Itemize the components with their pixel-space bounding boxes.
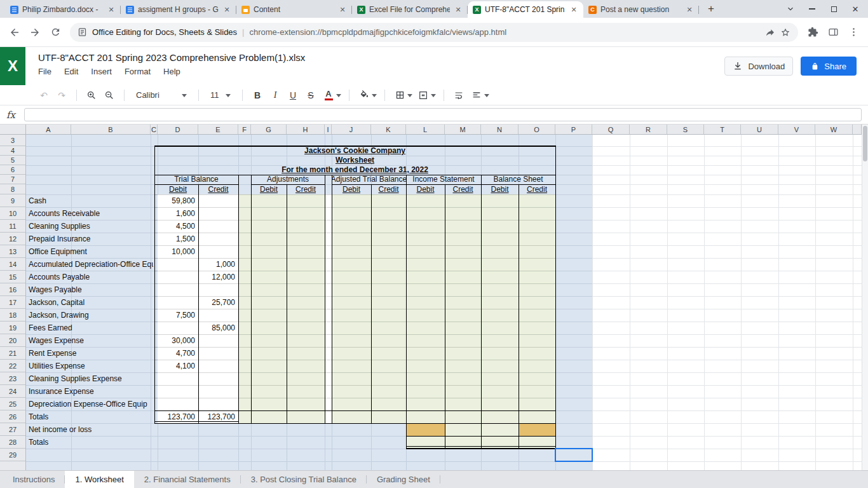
address-bar[interactable]: Office Editing for Docs, Sheets & Slides… (70, 23, 798, 42)
debit-credit-label[interactable]: Debit (332, 184, 371, 194)
column-header-N[interactable]: N (481, 125, 519, 135)
sheet-tab[interactable]: 3. Post Closing Trial Balance (241, 471, 367, 488)
row-header-10[interactable]: 10 (0, 207, 25, 220)
section-header[interactable]: Adjusted Trial Balance (332, 175, 406, 184)
row-header-8[interactable]: 8 (0, 184, 25, 194)
row-header-11[interactable]: 11 (0, 220, 25, 233)
section-header[interactable]: Balance Sheet (481, 175, 555, 184)
scrollbar-thumb[interactable] (863, 126, 867, 161)
tb-credit-value[interactable]: 12,000 (198, 271, 235, 283)
column-header-D[interactable]: D (158, 125, 198, 135)
tab-search-chevron-icon[interactable] (785, 4, 796, 14)
new-tab-button[interactable]: + (703, 1, 719, 17)
tb-debit-value[interactable]: 10,000 (158, 245, 195, 258)
extensions-puzzle-icon[interactable] (803, 23, 822, 42)
row-header-16[interactable]: 16 (0, 283, 25, 296)
column-header-G[interactable]: G (251, 125, 287, 135)
tab-close-icon[interactable]: ✕ (338, 6, 347, 14)
zoom-in-icon[interactable] (85, 88, 98, 103)
debit-credit-label[interactable]: Credit (371, 184, 406, 194)
borders-icon[interactable] (393, 88, 407, 103)
share-button[interactable]: Share (801, 57, 857, 76)
row-header-21[interactable]: 21 (0, 347, 25, 360)
close-window-button[interactable]: ✕ (850, 4, 860, 14)
final-totals-label[interactable]: Totals (29, 436, 219, 449)
column-header-F[interactable]: F (238, 125, 251, 135)
row-header-20[interactable]: 20 (0, 334, 25, 347)
menu-item-edit[interactable]: Edit (64, 67, 78, 76)
tb-debit-value[interactable]: 7,500 (158, 309, 195, 322)
account-name[interactable]: Fees Earned (29, 322, 153, 334)
section-header[interactable]: Adjustments (251, 175, 325, 184)
sheet-tab[interactable]: Grading Sheet (367, 471, 440, 488)
tb-credit-value[interactable]: 85,000 (198, 322, 235, 334)
column-header-O[interactable]: O (519, 125, 555, 135)
tb-debit-value[interactable]: 59,800 (158, 194, 195, 207)
tb-debit-value[interactable]: 1,500 (158, 233, 195, 245)
totals-label[interactable]: Totals (29, 410, 153, 423)
back-icon[interactable] (5, 23, 24, 42)
wrap-text-icon[interactable] (452, 88, 466, 103)
column-header-C[interactable]: C (151, 125, 158, 135)
grid-canvas[interactable]: Jackson's Cookie CompanyWorksheetFor the… (26, 135, 862, 470)
account-name[interactable]: Utilities Expense (29, 360, 153, 372)
row-header-3[interactable]: 3 (0, 135, 25, 146)
select-all-corner[interactable] (0, 125, 26, 135)
bookmark-star-icon[interactable] (780, 27, 790, 37)
account-name[interactable]: Accounts Payable (29, 271, 153, 283)
row-header-15[interactable]: 15 (0, 271, 25, 283)
chevron-down-icon[interactable] (484, 94, 489, 100)
download-button[interactable]: Download (724, 57, 793, 76)
row-header-29[interactable]: 29 (0, 449, 25, 461)
tb-debit-value[interactable]: 4,100 (158, 360, 195, 372)
column-header-S[interactable]: S (667, 125, 704, 135)
vertical-scrollbar[interactable] (862, 125, 868, 470)
column-header-I[interactable]: I (325, 125, 332, 135)
formula-input[interactable] (24, 108, 862, 121)
column-header-B[interactable]: B (71, 125, 151, 135)
tb-credit-value[interactable]: 1,000 (198, 258, 235, 271)
debit-credit-label[interactable]: Credit (445, 184, 481, 194)
debit-credit-label[interactable]: Credit (287, 184, 325, 194)
row-header-24[interactable]: 24 (0, 385, 25, 398)
side-panel-icon[interactable] (824, 23, 843, 42)
forward-icon[interactable] (25, 23, 44, 42)
column-header-H[interactable]: H (287, 125, 325, 135)
tab-close-icon[interactable]: ✕ (107, 6, 116, 14)
tb-debit-value[interactable]: 30,000 (158, 334, 195, 347)
tab-close-icon[interactable]: ✕ (222, 6, 231, 14)
reload-icon[interactable] (46, 23, 65, 42)
tab-close-icon[interactable]: ✕ (685, 6, 694, 14)
account-name[interactable]: Prepaid Insurance (29, 233, 153, 245)
column-header-K[interactable]: K (371, 125, 406, 135)
italic-button[interactable]: I (268, 88, 282, 103)
browser-tab[interactable]: Content✕ (236, 1, 352, 18)
row-header-18[interactable]: 18 (0, 309, 25, 322)
cell-net-income-is-credit[interactable] (445, 423, 481, 436)
row-header-17[interactable]: 17 (0, 296, 25, 309)
row-header-14[interactable]: 14 (0, 258, 25, 271)
column-header-P[interactable]: P (555, 125, 592, 135)
section-header[interactable]: Income Statement (406, 175, 481, 184)
browser-tab[interactable]: assigment H groups - G✕ (121, 1, 236, 18)
account-name[interactable]: Accumulated Depreciation-Office Equip. (29, 258, 153, 271)
browser-tab[interactable]: Philip Zimbardo.docx -✕ (5, 1, 121, 18)
bold-button[interactable]: B (250, 88, 264, 103)
row-header-7[interactable]: 7 (0, 175, 25, 184)
worksheet-title-line[interactable]: Worksheet (154, 156, 555, 165)
browser-tab[interactable]: Post a new question✕ (583, 1, 699, 18)
column-header-M[interactable]: M (445, 125, 481, 135)
account-name[interactable]: Rent Expense (29, 347, 153, 360)
menu-item-insert[interactable]: Insert (91, 67, 112, 76)
undo-icon[interactable]: ↶ (37, 88, 51, 103)
cell-net-income-bs-credit[interactable] (519, 423, 555, 436)
chevron-down-icon[interactable] (431, 94, 436, 100)
account-name[interactable]: Jackson, Capital (29, 296, 153, 309)
browser-tab[interactable]: Excel File for Comprehe✕ (352, 1, 468, 18)
account-name[interactable]: Cleaning Supplies (29, 220, 153, 233)
tb-credit-value[interactable]: 25,700 (198, 296, 235, 309)
account-name[interactable]: Depreciation Expense-Office Equip (29, 398, 153, 410)
debit-credit-label[interactable]: Debit (251, 184, 287, 194)
minimize-button[interactable] (807, 4, 817, 14)
account-name[interactable]: Wages Payable (29, 283, 153, 296)
